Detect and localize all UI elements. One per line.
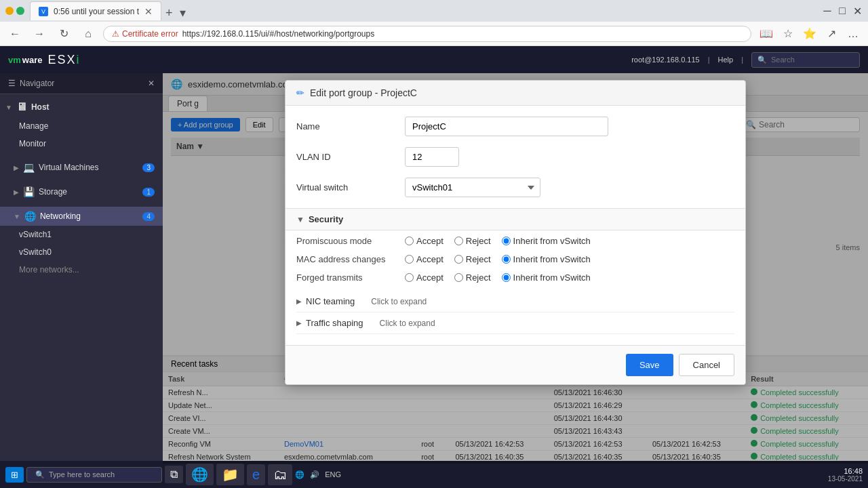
browser-tab[interactable]: V 0:56 until your session t ✕ <box>30 1 161 20</box>
dialog-body: Name VLAN ID Virtual switc <box>285 106 745 345</box>
back-button[interactable]: ← <box>5 24 24 43</box>
vlan-input[interactable] <box>405 147 459 167</box>
cancel-button[interactable]: Cancel <box>679 354 734 376</box>
storage-icon: 💾 <box>23 186 35 197</box>
forged-reject-option[interactable]: Reject <box>454 272 491 283</box>
browser-title-bar: V 0:56 until your session t ✕ + ▾ ─ □ ✕ <box>0 0 868 22</box>
new-tab-button[interactable]: + <box>161 6 177 20</box>
forged-radio-group: Accept Reject Inherit from vSwitch <box>405 272 591 283</box>
security-section-header[interactable]: ▼ Security <box>285 208 745 230</box>
taskbar-search[interactable]: 🔍 Type here to search <box>26 467 162 483</box>
promiscuous-inherit-radio[interactable] <box>502 237 511 245</box>
tab-close-button[interactable]: ✕ <box>144 6 153 17</box>
files-icon[interactable]: 🗂 <box>268 464 292 485</box>
tab-list-button[interactable]: ▾ <box>177 5 189 20</box>
minimize-button[interactable]: ─ <box>822 5 833 16</box>
tab-title: 0:56 until your session t <box>54 7 139 16</box>
vswitch-select[interactable]: vSwitch01 <box>405 178 540 197</box>
header-help[interactable]: Help <box>718 56 734 64</box>
promiscuous-accept-radio[interactable] <box>405 237 414 245</box>
reject-label-2: Reject <box>466 254 491 264</box>
header-user: root@192.168.0.115 <box>631 56 699 64</box>
sidebar-item-vswitch1[interactable]: vSwitch1 <box>0 226 163 243</box>
explorer-icon[interactable]: 📁 <box>216 464 244 485</box>
vswitch-label: Virtual switch <box>296 182 405 192</box>
mac-reject-option[interactable]: Reject <box>454 254 491 264</box>
promiscuous-reject-option[interactable]: Reject <box>454 236 491 246</box>
header-search-box[interactable]: 🔍 <box>751 52 860 68</box>
name-input[interactable] <box>405 117 608 136</box>
sidebar-item-more-networks[interactable]: More networks... <box>0 261 163 279</box>
sidebar-item-storage[interactable]: ▶ 💾 Storage 1 <box>0 182 163 201</box>
mac-reject-radio[interactable] <box>454 255 463 264</box>
vms-badge: 3 <box>142 163 155 172</box>
accept-label-1: Accept <box>416 236 443 246</box>
nic-teaming-row[interactable]: ▶ NIC teaming Click to expand <box>296 291 734 312</box>
task-view-button[interactable]: ⧉ <box>165 466 183 483</box>
main-layout: ☰ Navigator ✕ ▼ 🖥 Host Manage Monitor ▶ … <box>0 73 868 464</box>
maximize-button[interactable]: □ <box>837 5 848 16</box>
share-button[interactable]: ↗ <box>822 24 841 43</box>
name-control <box>405 117 734 136</box>
favorites-button[interactable]: ⭐ <box>800 24 819 43</box>
forged-accept-option[interactable]: Accept <box>405 272 443 283</box>
ie-icon[interactable]: e <box>247 464 265 485</box>
vms-icon: 💻 <box>23 162 35 173</box>
sidebar-item-vswitch0[interactable]: vSwitch0 <box>0 243 163 261</box>
traffic-expand-label: Click to expand <box>380 319 435 328</box>
forward-button[interactable]: → <box>30 24 49 43</box>
promiscuous-label: Promiscuous mode <box>296 236 405 246</box>
promiscuous-reject-radio[interactable] <box>454 237 463 245</box>
esxi-header: vm ware ESXi root@192.168.0.115 | Help |… <box>0 46 868 73</box>
address-bar[interactable]: ⚠ Certificate error https://192.168.0.11… <box>103 26 751 42</box>
edge-icon[interactable]: 🌐 <box>186 464 214 485</box>
security-section-title: Security <box>309 214 343 224</box>
sidebar-item-networking[interactable]: ▼ 🌐 Networking 4 <box>0 207 163 226</box>
sidebar-item-manage[interactable]: Manage <box>0 117 163 135</box>
vms-label: Virtual Machines <box>39 163 99 172</box>
traffic-shaping-row[interactable]: ▶ Traffic shaping Click to expand <box>296 312 734 334</box>
accept-label-3: Accept <box>416 272 443 283</box>
promiscuous-radio-group: Accept Reject Inherit from vSwitch <box>405 236 591 246</box>
mac-accept-option[interactable]: Accept <box>405 254 443 264</box>
windows-taskbar: ⊞ 🔍 Type here to search ⧉ 🌐 📁 e 🗂 🌐 🔊 EN… <box>0 461 868 488</box>
host-arrow-icon: ▼ <box>5 104 12 111</box>
save-button[interactable]: Save <box>626 354 673 376</box>
promiscuous-row: Promiscuous mode Accept Reject <box>296 236 734 246</box>
mac-inherit-radio[interactable] <box>502 255 511 264</box>
mac-accept-radio[interactable] <box>405 255 414 264</box>
forged-inherit-option[interactable]: Inherit from vSwitch <box>502 272 591 283</box>
reject-label-1: Reject <box>466 236 491 246</box>
edit-port-group-dialog: ✏ Edit port group - ProjectC Name VLAN I… <box>285 80 746 385</box>
url-text: https://192.168.0.115/ui/#/host/networki… <box>182 29 375 39</box>
reader-mode-button[interactable]: 📖 <box>757 24 776 43</box>
refresh-button[interactable]: ↻ <box>54 24 73 43</box>
sidebar-item-monitor[interactable]: Monitor <box>0 135 163 152</box>
promiscuous-inherit-option[interactable]: Inherit from vSwitch <box>502 236 591 246</box>
forged-inherit-radio[interactable] <box>502 273 511 282</box>
mac-inherit-option[interactable]: Inherit from vSwitch <box>502 254 591 264</box>
bookmark-button[interactable]: ☆ <box>778 24 797 43</box>
close-button[interactable]: ✕ <box>852 5 863 16</box>
accept-label-2: Accept <box>416 254 443 264</box>
header-search-input[interactable] <box>771 56 852 64</box>
dialog-header: ✏ Edit port group - ProjectC <box>285 81 745 106</box>
networking-icon: 🌐 <box>24 211 36 222</box>
volume-icon: 🔊 <box>310 470 319 479</box>
forged-reject-radio[interactable] <box>454 273 463 282</box>
taskbar-time: 16:48 13-05-2021 <box>828 467 863 483</box>
sidebar-item-vms[interactable]: ▶ 💻 Virtual Machines 3 <box>0 158 163 177</box>
sidebar-section-networking: ▼ 🌐 Networking 4 vSwitch1 vSwitch0 More … <box>0 204 163 281</box>
name-label: Name <box>296 121 405 131</box>
mac-radio-group: Accept Reject Inherit from vSwitch <box>405 254 591 264</box>
vswitch-row: Virtual switch vSwitch01 <box>296 178 734 197</box>
sidebar-collapse-button[interactable]: ✕ <box>148 79 155 88</box>
start-button[interactable]: ⊞ <box>5 467 24 483</box>
forged-accept-radio[interactable] <box>405 273 414 282</box>
vswitch0-label: vSwitch0 <box>19 247 52 257</box>
sidebar-item-host[interactable]: ▼ 🖥 Host <box>0 97 163 117</box>
sidebar-section-host: ▼ 🖥 Host Manage Monitor <box>0 94 163 155</box>
menu-button[interactable]: … <box>844 24 863 43</box>
promiscuous-accept-option[interactable]: Accept <box>405 236 443 246</box>
home-button[interactable]: ⌂ <box>79 24 98 43</box>
